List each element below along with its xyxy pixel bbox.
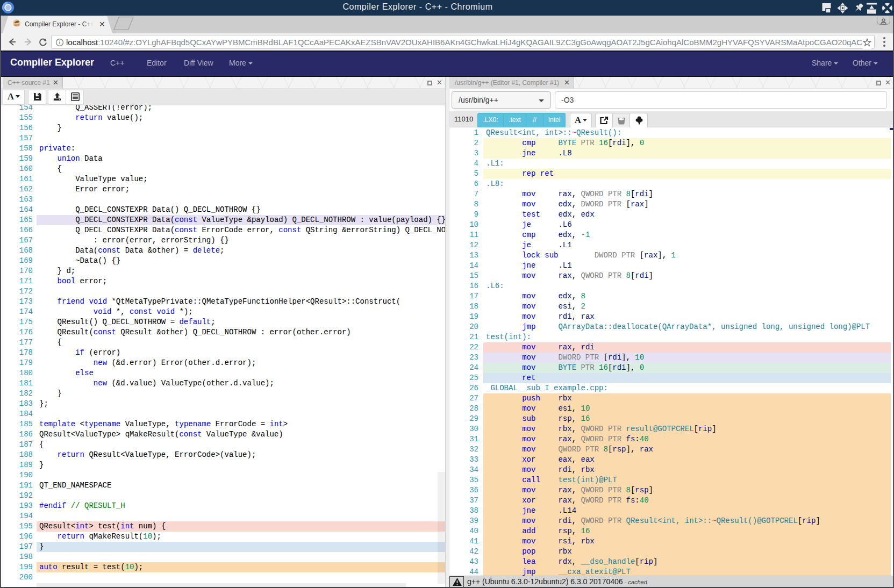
svg-text:GCC: GCC [15,24,19,26]
